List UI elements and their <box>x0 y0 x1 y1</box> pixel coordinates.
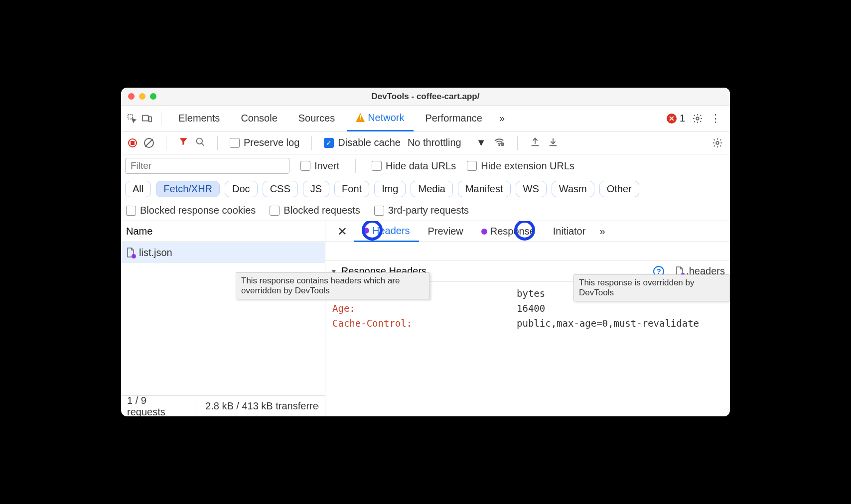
tab-sources[interactable]: Sources <box>289 106 344 131</box>
tab-performance[interactable]: Performance <box>417 106 492 131</box>
tab-network[interactable]: Network <box>347 106 413 131</box>
inspect-element-icon[interactable] <box>126 113 138 125</box>
filter-row: Invert Hide data URLs Hide extension URL… <box>121 154 730 177</box>
request-count: 1 / 9 requests <box>127 395 185 417</box>
resource-type-filters: All Fetch/XHR Doc CSS JS Font Img Media … <box>121 177 730 200</box>
separator <box>195 400 195 413</box>
filter-css[interactable]: CSS <box>263 181 298 197</box>
close-window-button[interactable] <box>128 93 135 100</box>
devtools-window: DevTools - coffee-cart.app/ Elements Con… <box>121 88 730 416</box>
header-key: Cache-Control: <box>332 318 497 329</box>
network-settings-icon[interactable] <box>712 137 723 148</box>
filter-media[interactable]: Media <box>411 181 452 197</box>
filter-ws[interactable]: WS <box>516 181 547 197</box>
header-row: Cache-Control: public,max-age=0,must-rev… <box>332 316 723 331</box>
hide-data-urls-checkbox[interactable]: Hide data URLs <box>372 160 456 172</box>
general-section-collapsed <box>325 242 730 261</box>
tab-elements[interactable]: Elements <box>169 106 229 131</box>
block-options-row: Blocked response cookies Blocked request… <box>121 200 730 221</box>
close-details-button[interactable]: ✕ <box>330 225 354 239</box>
request-filename: list.json <box>139 247 172 258</box>
warning-icon <box>356 113 365 122</box>
download-har-icon[interactable] <box>548 136 559 149</box>
svg-line-5 <box>202 143 204 145</box>
svg-point-6 <box>499 144 500 145</box>
filter-fetch-xhr[interactable]: Fetch/XHR <box>156 181 220 197</box>
tab-preview[interactable]: Preview <box>419 221 472 242</box>
third-party-checkbox[interactable]: 3rd-party requests <box>374 205 469 216</box>
checkbox-icon <box>374 206 384 216</box>
settings-gear-icon[interactable] <box>692 113 703 124</box>
name-column-header[interactable]: Name <box>121 221 325 242</box>
checkbox-checked-icon: ✓ <box>324 138 334 148</box>
header-row: Age: 16400 <box>332 301 723 316</box>
record-button[interactable] <box>128 138 137 147</box>
error-badge[interactable]: ✕ 1 <box>667 113 685 124</box>
request-row-list-json[interactable]: list.json <box>121 242 325 263</box>
separator <box>355 159 356 173</box>
hide-ext-label: Hide extension URLs <box>481 160 574 172</box>
content-area: Name list.json 1 / 9 requests 2.8 kB / 4… <box>121 221 730 416</box>
override-indicator-icon <box>481 229 487 235</box>
clear-button[interactable] <box>144 138 154 148</box>
tab-initiator[interactable]: Initiator <box>544 221 595 242</box>
filter-all[interactable]: All <box>125 181 151 197</box>
file-override-icon <box>126 248 135 257</box>
separator <box>517 136 518 150</box>
checkbox-icon <box>230 138 240 148</box>
blocked-cookies-checkbox[interactable]: Blocked response cookies <box>126 205 256 216</box>
traffic-lights <box>128 93 156 100</box>
disable-cache-checkbox[interactable]: ✓ Disable cache <box>324 137 401 148</box>
main-tabs: Elements Console Sources Network Perform… <box>121 106 730 131</box>
filter-font[interactable]: Font <box>334 181 369 197</box>
throttling-dropdown[interactable]: No throttling ▼ <box>408 137 486 148</box>
status-bar: 1 / 9 requests 2.8 kB / 413 kB transferr… <box>121 395 325 416</box>
svg-rect-2 <box>149 117 152 122</box>
blocked-cookies-label: Blocked response cookies <box>140 205 256 216</box>
invert-checkbox[interactable]: Invert <box>300 160 339 172</box>
separator <box>311 136 312 150</box>
header-value: public,max-age=0,must-revalidate <box>517 318 723 329</box>
request-detail-pane: ✕ Headers Preview Response Initiator » ▼… <box>325 221 730 416</box>
filter-wasm[interactable]: Wasm <box>552 181 594 197</box>
disable-cache-label: Disable cache <box>338 137 401 148</box>
error-icon: ✕ <box>667 114 677 124</box>
filter-input[interactable] <box>125 158 289 174</box>
request-list-pane: Name list.json 1 / 9 requests 2.8 kB / 4… <box>121 221 325 416</box>
tabs-right: ✕ 1 ⋮ <box>667 112 725 125</box>
more-tabs-chevron[interactable]: » <box>494 113 510 124</box>
upload-har-icon[interactable] <box>530 136 541 149</box>
network-toolbar: Preserve log ✓ Disable cache No throttli… <box>121 131 730 154</box>
transfer-size: 2.8 kB / 413 kB transferred <box>205 400 319 412</box>
detail-tabs: ✕ Headers Preview Response Initiator » <box>325 221 730 242</box>
more-detail-tabs-chevron[interactable]: » <box>594 226 610 237</box>
search-icon[interactable] <box>195 137 205 149</box>
tooltip-response-override: This response is overridden by DevTools <box>573 274 730 301</box>
checkbox-icon <box>126 206 136 216</box>
blocked-requests-label: Blocked requests <box>284 205 360 216</box>
blocked-requests-checkbox[interactable]: Blocked requests <box>270 205 360 216</box>
throttling-label: No throttling <box>408 137 461 148</box>
hide-extension-urls-checkbox[interactable]: Hide extension URLs <box>467 160 574 172</box>
tooltip-headers-override: This response contains headers which are… <box>236 272 430 299</box>
filter-doc[interactable]: Doc <box>225 181 258 197</box>
checkbox-icon <box>372 161 382 171</box>
minimize-window-button[interactable] <box>139 93 145 100</box>
tab-console[interactable]: Console <box>232 106 286 131</box>
kebab-menu-icon[interactable]: ⋮ <box>710 112 721 125</box>
filter-manifest[interactable]: Manifest <box>458 181 511 197</box>
checkbox-icon <box>270 206 280 216</box>
filter-icon[interactable] <box>178 136 188 149</box>
tab-network-label: Network <box>368 112 404 124</box>
filter-img[interactable]: Img <box>374 181 406 197</box>
device-toolbar-icon[interactable] <box>141 113 153 125</box>
svg-point-3 <box>696 117 699 120</box>
chevron-down-icon: ▼ <box>476 137 486 148</box>
error-count: 1 <box>680 113 685 124</box>
separator <box>166 136 166 150</box>
preserve-log-checkbox[interactable]: Preserve log <box>230 137 299 148</box>
zoom-window-button[interactable] <box>150 93 156 100</box>
network-conditions-icon[interactable] <box>493 136 505 149</box>
filter-other[interactable]: Other <box>599 181 639 197</box>
filter-js[interactable]: JS <box>303 181 329 197</box>
